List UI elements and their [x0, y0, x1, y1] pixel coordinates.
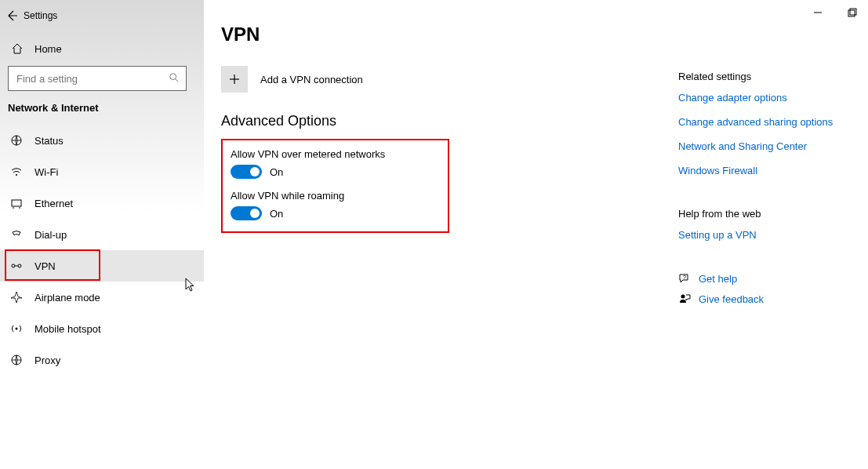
search-input[interactable] [15, 72, 180, 85]
svg-line-4 [176, 79, 179, 82]
header-row: Settings [0, 5, 204, 27]
related-panel: Related settings Change adapter options … [678, 24, 851, 469]
help-icon: ? [678, 272, 691, 285]
svg-text:?: ? [683, 274, 686, 280]
get-help-row[interactable]: ? Get help [678, 272, 851, 285]
toggle-state: On [270, 166, 283, 178]
sidebar-item-hotspot[interactable]: Mobile hotspot [0, 313, 204, 344]
svg-point-18 [681, 295, 685, 299]
svg-point-10 [12, 264, 15, 267]
sidebar-section-header: Network & Internet [0, 99, 204, 125]
sidebar-item-label: Mobile hotspot [35, 323, 101, 335]
sidebar: Settings Home Network & Internet Status [0, 0, 204, 469]
ethernet-icon [9, 197, 24, 209]
sidebar-item-label: Status [35, 135, 64, 147]
main-left: VPN Add a VPN connection Advanced Option… [221, 24, 678, 469]
link-network-sharing-center[interactable]: Network and Sharing Center [678, 140, 851, 152]
sidebar-item-label: Proxy [35, 354, 60, 366]
toggle-label: Allow VPN over metered networks [231, 148, 385, 160]
sidebar-item-label: Wi-Fi [35, 166, 58, 178]
svg-point-11 [18, 264, 21, 267]
sidebar-item-label: Dial-up [35, 229, 67, 241]
sidebar-item-label: Airplane mode [35, 292, 100, 304]
sidebar-item-proxy[interactable]: Proxy [0, 344, 204, 376]
give-feedback-row[interactable]: Give feedback [678, 293, 851, 305]
sidebar-item-wifi[interactable]: Wi-Fi [0, 156, 204, 187]
advanced-options-header: Advanced Options [221, 113, 678, 129]
main-content: VPN Add a VPN connection Advanced Option… [204, 0, 868, 469]
toggle-switch[interactable] [231, 165, 262, 179]
svg-point-6 [16, 174, 17, 176]
link-advanced-sharing[interactable]: Change advanced sharing options [678, 116, 851, 128]
sidebar-item-airplane[interactable]: Airplane mode [0, 282, 204, 313]
home-icon [9, 42, 25, 55]
status-icon [9, 134, 24, 147]
sidebar-item-ethernet[interactable]: Ethernet [0, 187, 204, 219]
svg-point-13 [16, 328, 18, 330]
svg-point-3 [170, 74, 176, 80]
vpn-icon [9, 260, 24, 272]
search-icon [169, 72, 180, 83]
airplane-icon [9, 291, 24, 304]
search-box[interactable] [8, 66, 187, 91]
sidebar-home[interactable]: Home [0, 36, 204, 61]
sidebar-item-vpn[interactable]: VPN [0, 250, 204, 282]
sidebar-item-status[interactable]: Status [0, 125, 204, 156]
feedback-icon [678, 293, 691, 305]
toggle-state: On [270, 208, 283, 220]
page-title: VPN [221, 24, 678, 45]
sidebar-item-dialup[interactable]: Dial-up [0, 219, 204, 250]
link-adapter-options[interactable]: Change adapter options [678, 92, 851, 104]
settings-window: Settings Home Network & Internet Status [0, 0, 868, 469]
toggle-label: Allow VPN while roaming [231, 190, 385, 202]
toggle-roaming: Allow VPN while roaming On [231, 190, 385, 220]
link-give-feedback[interactable]: Give feedback [699, 293, 764, 305]
back-button[interactable] [0, 9, 24, 22]
hotspot-icon [9, 322, 24, 335]
toggle-metered: Allow VPN over metered networks On [231, 148, 385, 179]
link-windows-firewall[interactable]: Windows Firewall [678, 165, 851, 176]
wifi-icon [9, 165, 24, 178]
add-vpn-row[interactable]: Add a VPN connection [221, 66, 678, 93]
svg-rect-7 [12, 200, 21, 206]
proxy-icon [9, 354, 24, 366]
window-title: Settings [24, 10, 57, 21]
related-settings-header: Related settings [678, 71, 851, 82]
toggle-switch[interactable] [231, 206, 262, 220]
plus-icon [221, 66, 248, 93]
link-setting-up-vpn[interactable]: Setting up a VPN [678, 229, 851, 241]
sidebar-home-label: Home [35, 43, 62, 55]
help-from-web-header: Help from the web [678, 208, 851, 220]
link-get-help[interactable]: Get help [699, 273, 737, 285]
add-vpn-label: Add a VPN connection [260, 74, 363, 85]
search-row [0, 61, 204, 99]
annotation-highlight-box: Allow VPN over metered networks On Allow… [221, 139, 449, 233]
dialup-icon [9, 228, 24, 241]
sidebar-item-label: VPN [35, 260, 56, 272]
sidebar-item-label: Ethernet [35, 198, 73, 209]
